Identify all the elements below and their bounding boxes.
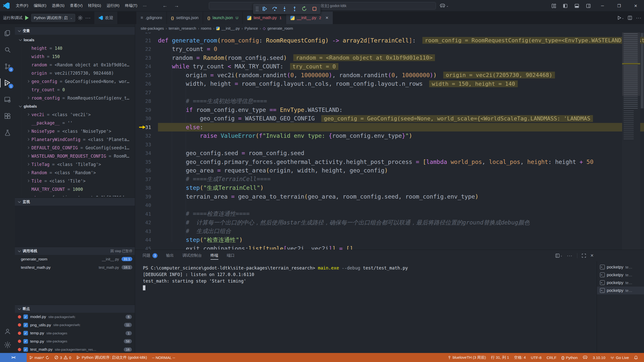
- copilot-status-item[interactable]: [580, 353, 590, 362]
- section-header-breakpoints[interactable]: 断点: [15, 305, 135, 313]
- sidebar-item-search[interactable]: [0, 43, 15, 56]
- vim-mode-item[interactable]: -- NORMAL --: [149, 353, 178, 362]
- sidebar-item-run-debug[interactable]: 1: [0, 76, 15, 89]
- copilot-chevron-icon[interactable]: ⌄: [446, 4, 449, 8]
- accounts-icon[interactable]: [0, 325, 15, 338]
- menu-item[interactable]: 选择(S): [49, 2, 67, 10]
- nav-back-icon[interactable]: ←: [163, 3, 168, 9]
- toggle-primary-sidebar-icon[interactable]: [559, 0, 571, 12]
- debug-more-actions-icon[interactable]: ···: [85, 15, 91, 21]
- variable-row[interactable]: origin = vec2i(7205730, 9024468): [21, 69, 135, 77]
- debug-restart-button[interactable]: [301, 5, 308, 13]
- terminal-instance-item[interactable]: >_pocketpyte…: [597, 287, 644, 294]
- panel-tab-端口[interactable]: 端口: [227, 250, 235, 261]
- debug-step-over-button[interactable]: [271, 5, 278, 13]
- toolbar-grip-handle[interactable]: [256, 6, 259, 11]
- nav-forward-icon[interactable]: →: [174, 3, 179, 9]
- run-python-file-icon[interactable]: ⌄: [617, 16, 624, 20]
- section-header-callstack[interactable]: 调用堆栈 因 step 已暂停: [15, 247, 135, 255]
- python-version-item[interactable]: 3.10.10: [590, 353, 608, 362]
- variable-scope-globals[interactable]: globals: [15, 102, 135, 110]
- breakpoint-checkbox[interactable]: ✓: [23, 323, 28, 327]
- toggle-panel-icon[interactable]: [571, 0, 583, 12]
- breakpoint-row[interactable]: ✓temp.pysite-packages58: [15, 337, 135, 346]
- breakpoint-checkbox[interactable]: ✓: [23, 331, 28, 335]
- section-header-watch[interactable]: 监视: [15, 198, 135, 206]
- variable-row[interactable]: width = 150: [21, 52, 135, 61]
- menu-item[interactable]: ···: [140, 2, 149, 10]
- menu-item[interactable]: 终端(T): [122, 2, 140, 10]
- variable-row[interactable]: DEFAULT_GEO_CONFIG = GeoConfig(seed=1…: [21, 144, 135, 152]
- variable-row[interactable]: __package__ = '': [21, 119, 135, 127]
- terminal-instance-item[interactable]: >_pocketpyte…: [597, 263, 644, 271]
- breadcrumb-item[interactable]: generate_room: [267, 26, 293, 30]
- debug-stop-button[interactable]: [311, 5, 318, 13]
- notifications-bell-icon[interactable]: [631, 353, 640, 362]
- variable-row[interactable]: random = <Random object at 0x1bf9d01e…: [21, 61, 135, 69]
- breakpoint-row[interactable]: ✓png_utils.pysite-packages\wfc11: [15, 321, 135, 329]
- minimap[interactable]: [622, 32, 640, 250]
- debug-step-out-button[interactable]: [291, 5, 298, 13]
- breakpoint-checkbox[interactable]: ✓: [23, 314, 28, 319]
- command-center-search[interactable]: [扩展开发宿主] godot-ldtk: [209, 2, 436, 10]
- terminal-instance-item[interactable]: >_pocketpyte…: [597, 271, 644, 279]
- panel-tab-输出[interactable]: 输出: [166, 250, 174, 261]
- variable-row[interactable]: Tile = <class 'Tile'>: [21, 177, 135, 185]
- breadcrumb-item[interactable]: site-packages: [141, 26, 164, 30]
- copilot-icon[interactable]: [440, 4, 445, 8]
- code-editor[interactable]: 2021def generate_room(room_config: RoomR…: [135, 32, 644, 250]
- debug-settings-gear-icon[interactable]: [78, 15, 83, 20]
- sidebar-item-explorer[interactable]: [0, 27, 15, 40]
- breadcrumb-item[interactable]: Pylance: [245, 26, 258, 30]
- menu-item[interactable]: 查看(V): [67, 2, 85, 10]
- panel-tab-问题[interactable]: 问题3: [143, 250, 157, 261]
- terminal-output[interactable]: PS C:\computer_science\godot-ldtk\site-p…: [135, 261, 597, 353]
- sidebar-item-testing[interactable]: [0, 126, 15, 139]
- tab-settings-json[interactable]: {}settings.json: [167, 12, 203, 24]
- encoding-item[interactable]: UTF-8: [528, 353, 544, 362]
- menu-item[interactable]: 文件(F): [13, 2, 31, 10]
- variable-row[interactable]: geo_config = GeoConfig(seed=None, wor…: [21, 77, 135, 85]
- panel-close-icon[interactable]: ✕: [590, 253, 594, 258]
- git-branch-item[interactable]: main*: [27, 353, 52, 362]
- toggle-secondary-sidebar-icon[interactable]: [583, 0, 594, 12]
- tab-close-icon[interactable]: ✕: [325, 16, 329, 20]
- problems-item[interactable]: 3 0: [52, 353, 74, 362]
- breadcrumb-item[interactable]: terrain_research: [169, 26, 196, 30]
- variable-row[interactable]: MAX_TRY_COUNT = 1000: [21, 185, 135, 193]
- sidebar-item-extensions[interactable]: [0, 110, 15, 123]
- sidebar-item-source-control[interactable]: 3: [0, 60, 15, 73]
- callstack-frame[interactable]: test/test_math.pytest_math.py16:1: [15, 263, 135, 272]
- tab-欢迎[interactable]: 欢迎: [94, 12, 118, 24]
- debug-continue-button[interactable]: [261, 5, 268, 13]
- window-minimize-button[interactable]: ─: [594, 0, 611, 12]
- breakpoint-checkbox[interactable]: ✓: [23, 339, 28, 344]
- callstack-frame[interactable]: generate_room__init__.py31:1: [15, 255, 135, 263]
- variable-row[interactable]: TileTag = <class 'TileTag'>: [21, 160, 135, 168]
- variable-row[interactable]: PlanetaryWindConfig = <class 'Planeta…: [21, 135, 135, 144]
- debug-config-dropdown[interactable]: Python 调试程序: 启⌄: [31, 14, 75, 22]
- panel-tab-终端[interactable]: 终端: [211, 250, 218, 261]
- menu-item[interactable]: 运行(R): [104, 2, 122, 10]
- sidebar-item-remote-explorer[interactable]: [0, 93, 15, 106]
- window-restore-button[interactable]: ❐: [611, 0, 627, 12]
- breadcrumb-item[interactable]: __init__.py: [221, 26, 240, 30]
- breakpoint-row[interactable]: ✓test_math.pysite-packages\terrain_res…1…: [15, 345, 135, 353]
- variable-row[interactable]: height = 140: [21, 44, 135, 52]
- panel-more-actions-icon[interactable]: ···: [567, 253, 573, 258]
- editor-more-actions-icon[interactable]: ···: [636, 15, 641, 21]
- tab-launch-json[interactable]: {}launch.jsonU: [203, 12, 243, 24]
- panel-maximize-icon[interactable]: [582, 254, 586, 258]
- terminal-instance-item[interactable]: >_pocketpyte…: [597, 279, 644, 287]
- debug-session-item[interactable]: Python 调试程序: 启动文件 (godot-ldtk): [74, 353, 149, 362]
- debug-start-icon[interactable]: [25, 16, 29, 20]
- indentation-item[interactable]: 空格: 4: [512, 353, 529, 362]
- breadcrumb[interactable]: site-packages›terrain_research›rooms›__i…: [135, 24, 644, 32]
- go-live-item[interactable]: Go Live: [608, 353, 631, 362]
- variable-row[interactable]: Random = <class 'Random'>: [21, 168, 135, 177]
- window-close-button[interactable]: ✕: [627, 0, 644, 12]
- breakpoint-row[interactable]: ✓model.pysite-packages\wfc6: [15, 313, 135, 321]
- variable-row[interactable]: NoiseType = <class 'NoiseType'>: [21, 127, 135, 135]
- remote-indicator[interactable]: ><: [0, 353, 27, 362]
- gitlens-blame-item[interactable]: blueloveTH (3 周前): [445, 353, 489, 362]
